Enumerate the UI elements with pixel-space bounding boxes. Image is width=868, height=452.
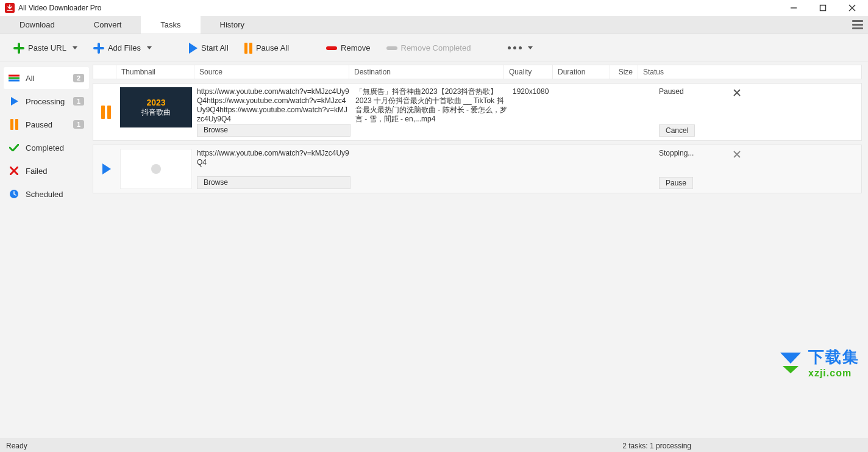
status-right: 2 tasks: 1 processing [622,442,691,450]
caret-down-icon [73,46,77,49]
hamburger-icon [852,20,863,29]
tab-tasks[interactable]: Tasks [141,16,200,34]
pause-icon [244,43,252,54]
plus-icon [13,43,24,54]
column-header-duration[interactable]: Duration [553,65,610,79]
add-files-label: Add Files [108,43,141,52]
dots-icon [508,46,522,49]
play-icon [189,43,197,54]
close-button[interactable] [844,1,861,15]
browse-button[interactable]: Browse [197,124,350,137]
column-header-quality[interactable]: Quality [504,65,553,79]
task-destination: 「無廣告」抖音神曲2023【2023抖音热歌】2023 十月份抖音最火的十首歌曲… [355,87,508,137]
tab-download[interactable]: Download [0,16,74,34]
task-destination [355,149,508,189]
paste-url-label: Paste URL [28,43,66,52]
sidebar-item-processing[interactable]: Processing 1 [4,90,89,112]
column-header-row: Thumbnail Source Destination Quality Dur… [93,65,862,79]
task-duration [566,149,621,189]
task-list-area: Thumbnail Source Destination Quality Dur… [93,62,868,439]
app-icon [5,3,15,13]
task-duration [566,87,621,137]
task-source: https://www.youtube.com/watch?v=kMJzc4Uy… [197,87,350,124]
tab-convert[interactable]: Convert [74,16,141,34]
x-icon [9,165,20,176]
pause-icon [97,87,115,137]
clock-icon [9,188,20,199]
pause-all-button[interactable]: Pause All [240,40,294,56]
pause-icon [9,119,20,130]
start-all-label: Start All [201,43,229,52]
hamburger-menu-button[interactable] [847,16,868,34]
loading-dot-icon [151,164,161,174]
browse-button[interactable]: Browse [197,176,350,189]
sidebar-item-label: Processing [26,97,67,106]
thumbnail-text: 抖音歌曲 [141,107,171,118]
task-status: Paused [659,87,725,96]
column-header-status[interactable]: Status [638,65,861,79]
thumbnail-year: 2023 [146,98,165,107]
sidebar-item-failed[interactable]: Failed [4,160,89,182]
column-header-size[interactable]: Size [610,65,638,79]
remove-completed-label: Remove Completed [401,43,471,52]
tab-history[interactable]: History [201,16,264,34]
caret-down-icon [147,46,152,49]
sidebar-item-completed[interactable]: Completed [4,137,89,159]
statusbar: Ready 2 tasks: 1 processing [0,439,868,452]
remove-button[interactable]: Remove [321,41,375,55]
task-row[interactable]: 2023 抖音歌曲 https://www.youtube.com/watch?… [93,83,862,141]
row-close-button[interactable] [730,87,744,137]
column-header-destination[interactable]: Destination [349,65,504,79]
column-header-source[interactable]: Source [194,65,349,79]
cancel-button[interactable]: Cancel [659,124,695,137]
sidebar-item-count: 2 [73,74,84,82]
svg-rect-1 [820,5,826,11]
task-size [626,87,654,137]
maximize-button[interactable] [814,1,831,15]
sidebar-item-count: 1 [73,97,84,106]
caret-down-icon [528,46,533,49]
task-row[interactable]: https://www.youtube.com/watch?v=kMJzc4Uy… [93,145,862,193]
thumbnail [120,149,192,189]
sidebar-item-label: All [26,74,67,83]
sidebar-item-label: Paused [26,120,67,129]
row-close-button[interactable] [730,149,744,189]
sidebar-item-label: Failed [26,167,84,176]
sidebar-item-label: Scheduled [26,190,84,199]
thumbnail: 2023 抖音歌曲 [120,87,192,127]
toolbar: Paste URL Add Files Start All Pause All … [0,34,868,62]
minus-icon [386,46,397,50]
paste-url-button[interactable]: Paste URL [9,40,82,56]
task-quality: 1920x1080 [513,87,561,137]
check-icon [9,142,20,153]
status-left: Ready [6,442,27,450]
window-title: All Video Downloader Pro [18,4,102,12]
minus-icon [326,46,337,50]
sidebar-item-label: Completed [26,143,84,152]
sidebar: All 2 Processing 1 Paused 1 Completed Fa… [0,62,93,439]
remove-label: Remove [341,43,370,52]
task-status: Stopping... [659,149,725,157]
pause-all-label: Pause All [256,43,289,52]
sidebar-item-paused[interactable]: Paused 1 [4,113,89,135]
play-icon [9,96,20,107]
more-menu-button[interactable] [503,44,538,52]
start-all-button[interactable]: Start All [184,40,233,56]
sidebar-item-scheduled[interactable]: Scheduled [4,183,89,205]
minimize-button[interactable] [785,1,802,15]
pause-button[interactable]: Pause [659,177,693,189]
main-tabs: Download Convert Tasks History [0,16,868,34]
task-quality [513,149,561,189]
task-source: https://www.youtube.com/watch?v=kMJzc4Uy… [197,149,350,167]
plus-icon [93,43,104,54]
add-files-button[interactable]: Add Files [88,40,157,56]
play-icon [97,149,115,189]
remove-completed-button[interactable]: Remove Completed [382,41,476,55]
list-icon [9,73,20,84]
sidebar-item-count: 1 [73,120,84,129]
column-header-thumbnail[interactable]: Thumbnail [116,65,194,79]
task-size [626,149,654,189]
titlebar: All Video Downloader Pro [0,0,868,16]
sidebar-item-all[interactable]: All 2 [4,67,89,89]
